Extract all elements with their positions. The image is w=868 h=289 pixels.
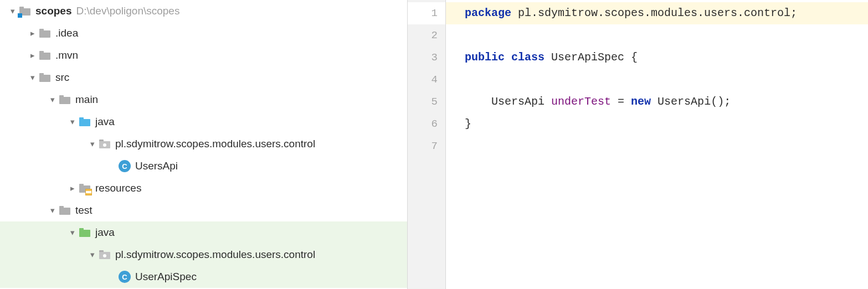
code-line[interactable] [446,24,868,47]
keyword: new [631,95,651,108]
constructor-call: UsersApi(); [651,95,731,108]
tree-label: UserApiSpec [135,271,197,283]
tree-node-pkg-main[interactable]: ▾ pl.sdymitrow.scopes.modules.users.cont… [0,133,407,155]
tree-label: UsersApi [135,160,178,172]
tree-node-resources[interactable]: ▸ resources [0,177,407,199]
code-line[interactable]: public class UserApiSpec { [446,47,868,69]
svg-point-14 [103,143,106,147]
tree-label: .idea [55,27,78,39]
package-path: pl.sdymitrow.scopes.modules.users.contro… [511,7,797,19]
svg-rect-18 [59,208,70,215]
tree-node-java-test[interactable]: ▾ java [0,221,407,244]
svg-rect-5 [39,53,50,60]
class-name: UserApiSpec [551,51,624,64]
resources-folder-icon [79,182,91,194]
folder-icon [59,94,71,106]
svg-rect-7 [39,75,50,82]
tree-label: resources [95,182,141,194]
package-icon [99,138,111,150]
type-ref: UsersApi [491,95,545,108]
tree-node-idea[interactable]: ▸ .idea [0,22,407,44]
code-editor[interactable]: package pl.sdymitrow.scopes.modules.user… [446,0,868,289]
folder-icon [59,204,71,216]
svg-rect-11 [79,119,90,126]
code-line[interactable]: UsersApi underTest = new UsersApi(); [446,91,868,113]
tree-label: .mvn [55,49,78,61]
gutter-line[interactable]: 4 [408,69,445,91]
chevron-down-icon[interactable]: ▾ [66,228,79,238]
folder-icon [39,71,51,84]
svg-point-23 [103,254,106,257]
tree-label: test [75,204,93,216]
code-line[interactable]: package pl.sdymitrow.scopes.modules.user… [446,2,868,24]
tree-label: pl.sdymitrow.scopes.modules.users.contro… [115,138,315,150]
gutter-line[interactable]: 6 [408,113,445,135]
chevron-down-icon[interactable]: ▾ [7,6,19,16]
tree-node-test[interactable]: ▾ test [0,199,407,221]
keyword: package [465,7,511,19]
code-line[interactable] [446,69,868,91]
module-folder-icon [19,5,31,17]
gutter-line[interactable]: 2 [408,24,445,47]
chevron-down-icon[interactable]: ▾ [27,73,39,82]
svg-rect-9 [59,97,70,104]
tree-node-mvn[interactable]: ▸ .mvn [0,44,407,66]
chevron-down-icon[interactable]: ▾ [66,117,79,127]
keyword: class [511,51,545,64]
editor-gutter[interactable]: 1 2 3 4 5 6 7 [407,0,446,289]
svg-rect-1 [19,8,30,16]
chevron-right-icon[interactable]: ▸ [27,28,39,38]
project-tree[interactable]: ▾ scopes D:\dev\poligon\scopes ▸ .idea ▸… [0,0,407,289]
gutter-line[interactable]: 3 [408,47,445,69]
chevron-right-icon[interactable]: ▸ [27,50,39,60]
tree-label: scopes [35,5,71,17]
folder-icon [39,27,51,39]
tree-label: pl.sdymitrow.scopes.modules.users.contro… [115,249,315,261]
source-folder-icon [79,116,91,128]
chevron-down-icon[interactable]: ▾ [47,205,59,215]
tree-label: java [95,226,115,239]
folder-icon [39,49,51,61]
svg-rect-16 [79,185,90,193]
field-name: underTest [551,95,611,108]
tree-label: src [55,71,69,84]
tree-node-userapispec[interactable]: ▸ C UserApiSpec [0,266,407,288]
gutter-line[interactable]: 1 [408,2,445,24]
class-icon: C [119,160,131,172]
tree-node-root[interactable]: ▾ scopes D:\dev\poligon\scopes [0,0,407,22]
tree-label: main [75,94,98,106]
chevron-down-icon[interactable]: ▾ [86,139,99,149]
tree-node-pkg-test[interactable]: ▾ pl.sdymitrow.scopes.modules.users.cont… [0,244,407,266]
test-folder-icon [79,226,91,239]
tree-node-main[interactable]: ▾ main [0,89,407,111]
gutter-line[interactable]: 7 [408,135,445,157]
code-line[interactable]: } [446,113,868,135]
tree-node-src[interactable]: ▾ src [0,66,407,89]
svg-rect-20 [79,230,90,237]
chevron-right-icon[interactable]: ▸ [66,183,79,193]
tree-path: D:\dev\poligon\scopes [76,5,179,17]
svg-rect-3 [39,30,50,38]
gutter-line[interactable]: 5 [408,91,445,113]
tree-node-usersapi[interactable]: ▸ C UsersApi [0,155,407,177]
tree-node-java-main[interactable]: ▾ java [0,111,407,133]
chevron-down-icon[interactable]: ▾ [47,95,59,105]
code-line[interactable] [446,135,868,157]
chevron-down-icon[interactable]: ▾ [86,250,99,260]
tree-label: java [95,116,115,128]
class-icon: C [119,271,131,283]
keyword: public [465,51,505,64]
package-icon [99,249,111,261]
